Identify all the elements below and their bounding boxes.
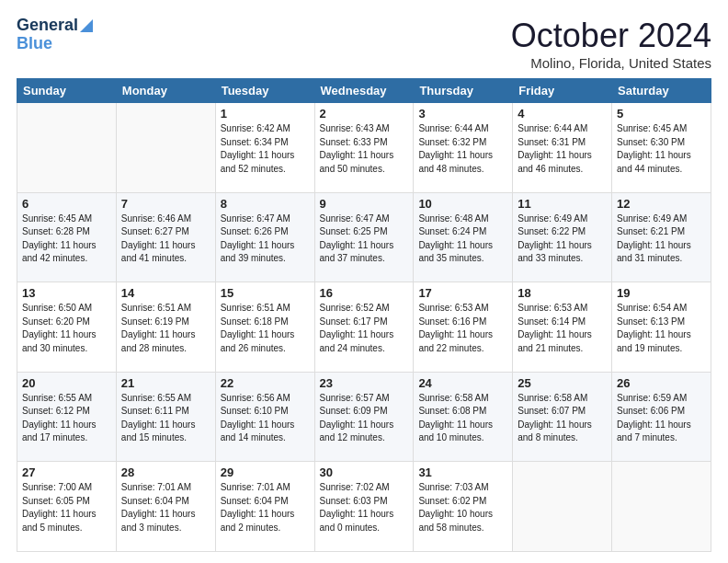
day-info: Sunrise: 6:56 AM Sunset: 6:10 PM Dayligh… (221, 392, 310, 445)
calendar-week-4: 20Sunrise: 6:55 AM Sunset: 6:12 PM Dayli… (17, 372, 711, 462)
calendar-cell: 5Sunrise: 6:45 AM Sunset: 6:30 PM Daylig… (612, 103, 711, 193)
day-info: Sunrise: 7:03 AM Sunset: 6:02 PM Dayligh… (418, 481, 507, 534)
day-info: Sunrise: 6:49 AM Sunset: 6:22 PM Dayligh… (518, 213, 607, 266)
logo-line1: General (17, 17, 93, 35)
day-number: 5 (617, 107, 706, 121)
day-number: 4 (518, 107, 607, 121)
calendar-cell: 27Sunrise: 7:00 AM Sunset: 6:05 PM Dayli… (17, 462, 117, 552)
calendar-week-5: 27Sunrise: 7:00 AM Sunset: 6:05 PM Dayli… (17, 462, 711, 552)
day-info: Sunrise: 6:42 AM Sunset: 6:34 PM Dayligh… (221, 122, 310, 176)
day-number: 23 (320, 376, 409, 390)
calendar-cell: 29Sunrise: 7:01 AM Sunset: 6:04 PM Dayli… (215, 462, 314, 552)
day-number: 1 (221, 107, 310, 121)
day-info: Sunrise: 6:51 AM Sunset: 6:19 PM Dayligh… (121, 302, 210, 355)
day-number: 16 (320, 286, 409, 300)
calendar-cell: 9Sunrise: 6:47 AM Sunset: 6:25 PM Daylig… (314, 192, 414, 282)
day-info: Sunrise: 6:54 AM Sunset: 6:13 PM Dayligh… (617, 302, 706, 355)
day-number: 10 (418, 197, 507, 211)
header-thursday: Thursday (414, 79, 513, 103)
day-number: 22 (221, 376, 310, 390)
header-wednesday: Wednesday (314, 79, 414, 103)
month-title: October 2024 (511, 17, 711, 55)
calendar-cell: 12Sunrise: 6:49 AM Sunset: 6:21 PM Dayli… (612, 192, 711, 282)
day-number: 24 (418, 376, 507, 390)
calendar-cell: 11Sunrise: 6:49 AM Sunset: 6:22 PM Dayli… (513, 192, 612, 282)
day-number: 20 (22, 376, 111, 390)
calendar-cell: 3Sunrise: 6:44 AM Sunset: 6:32 PM Daylig… (414, 103, 513, 193)
calendar-cell: 28Sunrise: 7:01 AM Sunset: 6:04 PM Dayli… (116, 462, 215, 552)
day-number: 28 (121, 465, 210, 479)
day-number: 27 (22, 465, 111, 479)
header: General Blue October 2024 Molino, Florid… (17, 17, 711, 71)
day-number: 25 (518, 376, 607, 390)
calendar-cell: 26Sunrise: 6:59 AM Sunset: 6:06 PM Dayli… (612, 372, 711, 462)
day-info: Sunrise: 6:46 AM Sunset: 6:27 PM Dayligh… (121, 213, 210, 266)
calendar-cell: 30Sunrise: 7:02 AM Sunset: 6:03 PM Dayli… (314, 462, 414, 552)
calendar-cell (513, 462, 612, 552)
day-info: Sunrise: 6:48 AM Sunset: 6:24 PM Dayligh… (418, 213, 507, 266)
calendar-cell: 13Sunrise: 6:50 AM Sunset: 6:20 PM Dayli… (17, 282, 117, 373)
calendar-week-2: 6Sunrise: 6:45 AM Sunset: 6:28 PM Daylig… (17, 192, 711, 282)
calendar-cell: 20Sunrise: 6:55 AM Sunset: 6:12 PM Dayli… (17, 372, 117, 462)
day-info: Sunrise: 6:55 AM Sunset: 6:12 PM Dayligh… (22, 392, 111, 445)
day-info: Sunrise: 6:59 AM Sunset: 6:06 PM Dayligh… (617, 392, 706, 445)
day-info: Sunrise: 7:00 AM Sunset: 6:05 PM Dayligh… (22, 481, 111, 534)
calendar-cell: 16Sunrise: 6:52 AM Sunset: 6:17 PM Dayli… (314, 282, 414, 373)
day-number: 17 (418, 286, 507, 300)
day-number: 9 (320, 197, 409, 211)
day-info: Sunrise: 6:47 AM Sunset: 6:25 PM Dayligh… (320, 213, 409, 266)
calendar-cell: 2Sunrise: 6:43 AM Sunset: 6:33 PM Daylig… (314, 103, 414, 193)
day-info: Sunrise: 6:58 AM Sunset: 6:07 PM Dayligh… (518, 392, 607, 445)
day-number: 31 (418, 465, 507, 479)
calendar-cell: 23Sunrise: 6:57 AM Sunset: 6:09 PM Dayli… (314, 372, 414, 462)
weekday-header-row: Sunday Monday Tuesday Wednesday Thursday… (17, 79, 711, 103)
day-number: 26 (617, 376, 706, 390)
header-tuesday: Tuesday (215, 79, 314, 103)
calendar-cell: 24Sunrise: 6:58 AM Sunset: 6:08 PM Dayli… (414, 372, 513, 462)
day-info: Sunrise: 6:43 AM Sunset: 6:33 PM Dayligh… (320, 122, 409, 176)
calendar-cell (116, 103, 215, 193)
header-friday: Friday (513, 79, 612, 103)
day-info: Sunrise: 6:50 AM Sunset: 6:20 PM Dayligh… (22, 302, 111, 355)
calendar-cell: 21Sunrise: 6:55 AM Sunset: 6:11 PM Dayli… (116, 372, 215, 462)
day-info: Sunrise: 7:02 AM Sunset: 6:03 PM Dayligh… (320, 481, 409, 534)
calendar-cell: 25Sunrise: 6:58 AM Sunset: 6:07 PM Dayli… (513, 372, 612, 462)
day-info: Sunrise: 6:52 AM Sunset: 6:17 PM Dayligh… (320, 302, 409, 355)
calendar-cell: 6Sunrise: 6:45 AM Sunset: 6:28 PM Daylig… (17, 192, 117, 282)
day-number: 6 (22, 197, 111, 211)
calendar-cell: 22Sunrise: 6:56 AM Sunset: 6:10 PM Dayli… (215, 372, 314, 462)
logo-icon (80, 19, 93, 32)
calendar-cell: 17Sunrise: 6:53 AM Sunset: 6:16 PM Dayli… (414, 282, 513, 373)
day-info: Sunrise: 6:44 AM Sunset: 6:31 PM Dayligh… (518, 122, 607, 176)
calendar-cell (612, 462, 711, 552)
calendar-table: Sunday Monday Tuesday Wednesday Thursday… (17, 78, 711, 552)
header-saturday: Saturday (612, 79, 711, 103)
calendar-cell: 14Sunrise: 6:51 AM Sunset: 6:19 PM Dayli… (116, 282, 215, 373)
day-number: 30 (320, 465, 409, 479)
day-info: Sunrise: 6:53 AM Sunset: 6:16 PM Dayligh… (418, 302, 507, 355)
calendar-cell: 4Sunrise: 6:44 AM Sunset: 6:31 PM Daylig… (513, 103, 612, 193)
day-info: Sunrise: 6:49 AM Sunset: 6:21 PM Dayligh… (617, 213, 706, 266)
logo-line2: Blue (17, 35, 52, 53)
day-info: Sunrise: 6:57 AM Sunset: 6:09 PM Dayligh… (320, 392, 409, 445)
calendar-week-1: 1Sunrise: 6:42 AM Sunset: 6:34 PM Daylig… (17, 103, 711, 193)
day-number: 3 (418, 107, 507, 121)
logo: General Blue (17, 17, 93, 53)
day-number: 18 (518, 286, 607, 300)
location-title: Molino, Florida, United States (511, 55, 711, 71)
day-info: Sunrise: 7:01 AM Sunset: 6:04 PM Dayligh… (221, 481, 310, 534)
day-info: Sunrise: 6:53 AM Sunset: 6:14 PM Dayligh… (518, 302, 607, 355)
day-number: 2 (320, 107, 409, 121)
day-number: 7 (121, 197, 210, 211)
calendar-cell: 10Sunrise: 6:48 AM Sunset: 6:24 PM Dayli… (414, 192, 513, 282)
calendar-cell: 31Sunrise: 7:03 AM Sunset: 6:02 PM Dayli… (414, 462, 513, 552)
day-number: 12 (617, 197, 706, 211)
day-info: Sunrise: 7:01 AM Sunset: 6:04 PM Dayligh… (121, 481, 210, 534)
day-number: 14 (121, 286, 210, 300)
calendar-cell: 18Sunrise: 6:53 AM Sunset: 6:14 PM Dayli… (513, 282, 612, 373)
day-info: Sunrise: 6:45 AM Sunset: 6:30 PM Dayligh… (617, 122, 706, 176)
day-info: Sunrise: 6:58 AM Sunset: 6:08 PM Dayligh… (418, 392, 507, 445)
day-number: 29 (221, 465, 310, 479)
day-number: 13 (22, 286, 111, 300)
day-number: 19 (617, 286, 706, 300)
